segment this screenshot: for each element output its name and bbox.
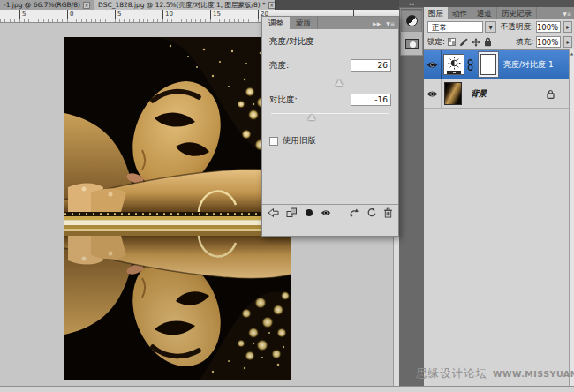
brightness-icon (448, 57, 461, 70)
masks-panel-button[interactable] (401, 32, 422, 55)
document-tab-2[interactable]: DSC_1828.jpg @ 12.5%(亮度/对比度 1, 图层蒙版/8) *… (94, 0, 276, 10)
close-icon[interactable]: × (83, 2, 90, 9)
tab-layers[interactable]: 图层 (424, 7, 448, 19)
link-mask-icon[interactable] (467, 59, 473, 71)
visibility-toggle[interactable] (424, 50, 442, 79)
reset-icon[interactable] (366, 207, 376, 217)
document-tab-bar: -1.jpg @ 66.7%(RGB/8) × DSC_1828.jpg @ 1… (0, 0, 402, 10)
contrast-slider-thumb[interactable] (308, 114, 315, 120)
use-legacy-label: 使用旧版 (283, 135, 316, 147)
adjustments-panel: 调整 蒙版 ▶▶ ▼≡ 亮度/对比度 亮度: 26 对比度: -16 (261, 16, 399, 237)
fill-field[interactable]: 100% (536, 36, 561, 48)
tab-adjustments[interactable]: 调整 (262, 17, 290, 29)
fill-spinner-icon[interactable]: ▸ (563, 36, 572, 48)
contrast-slider[interactable] (269, 110, 391, 119)
document-tab-1-label: -1.jpg @ 66.7%(RGB/8) (4, 1, 80, 9)
masks-icon (405, 39, 419, 49)
layers-panel-tabs: 图层 动作 通道 历史记录 ▼≡ (424, 7, 574, 19)
adjustments-panel-tabs: 调整 蒙版 ▶▶ ▼≡ (262, 17, 398, 29)
watermark: 思缘设计论坛 www.missyuan.com (416, 366, 574, 381)
brightness-contrast-thumbnail[interactable] (443, 54, 464, 75)
adjustment-title: 亮度/对比度 (269, 36, 391, 48)
document-tab-1[interactable]: -1.jpg @ 66.7%(RGB/8) × (0, 0, 94, 10)
background-lock-icon (547, 89, 555, 99)
blend-mode-row: 正常 ▼ 不透明度: 100% ▸ (424, 19, 574, 34)
collapse-panel-icon[interactable]: ▶▶ (373, 20, 381, 26)
layer-row-adjustment[interactable]: 亮度/对比度 1 (424, 50, 569, 79)
brightness-slider-track (271, 79, 389, 79)
brightness-contrast-body: 亮度/对比度 亮度: 26 对比度: -16 使用旧版 (262, 29, 398, 220)
ruler-label: 5 (22, 11, 26, 18)
contrast-label: 对比度: (269, 94, 298, 106)
opacity-label: 不透明度: (501, 22, 533, 33)
layers-panel: 图层 动作 通道 历史记录 ▼≡ 正常 ▼ 不透明度: 100% ▸ 锁定: (424, 0, 574, 386)
ruler-label: 0 (70, 11, 73, 18)
photoshop-window: -1.jpg @ 66.7%(RGB/8) × DSC_1828.jpg @ 1… (0, 0, 574, 392)
brightness-value-field[interactable]: 26 (351, 59, 391, 72)
eye-icon[interactable] (321, 209, 331, 216)
lock-fill-row: 锁定: 填充: 100% ▸ (424, 34, 574, 49)
lock-pixels-brush-icon[interactable] (459, 38, 468, 47)
brightness-slider-thumb[interactable] (336, 79, 343, 86)
document-tab-2-label: DSC_1828.jpg @ 12.5%(亮度/对比度 1, 图层蒙版/8) * (98, 1, 266, 10)
layer-name[interactable]: 亮度/对比度 1 (503, 59, 554, 71)
clip-to-layer-icon[interactable] (286, 207, 298, 218)
contrast-slider-track (271, 113, 389, 114)
dock-grip-icon[interactable]: ◂◂ (399, 0, 424, 7)
panel-dock: ◂◂ (399, 0, 424, 386)
lock-label: 锁定: (427, 37, 445, 48)
background-layer-thumbnail[interactable] (444, 82, 462, 105)
use-legacy-row: 使用旧版 (269, 135, 391, 147)
contrast-value-field[interactable]: -16 (351, 94, 391, 106)
layer-row-background[interactable]: 背景 (424, 79, 569, 109)
chevron-down-icon[interactable]: ▼ (485, 21, 496, 33)
visibility-toggle[interactable] (424, 79, 442, 108)
tab-actions[interactable]: 动作 (448, 7, 472, 19)
close-icon[interactable]: × (268, 2, 276, 9)
adjustments-toolbar (262, 204, 398, 220)
blend-mode-select[interactable]: 正常 (427, 21, 483, 33)
lock-position-move-icon[interactable] (472, 38, 480, 47)
view-previous-state-icon[interactable] (349, 207, 359, 217)
ruler-label: 10 (165, 11, 173, 18)
ruler-label: 15 (213, 11, 221, 18)
photo-image (64, 37, 291, 380)
eye-icon (427, 61, 438, 69)
panel-menu-icon[interactable]: ▼≡ (563, 11, 571, 17)
layer-visibility-icon[interactable] (305, 208, 313, 217)
mini-slider-icon (447, 71, 461, 74)
panel-dock-header (424, 0, 574, 7)
watermark-site-url: www.missyuan.com (493, 369, 574, 379)
brightness-slider[interactable] (269, 76, 391, 85)
opacity-field[interactable]: 100% (536, 21, 561, 33)
delete-adjustment-icon[interactable] (383, 207, 393, 218)
tab-channels[interactable]: 通道 (472, 7, 497, 19)
use-legacy-checkbox[interactable] (269, 137, 278, 146)
layers-scrollbar[interactable]: ▲ (569, 49, 574, 386)
scroll-up-icon[interactable]: ▲ (570, 51, 573, 56)
lock-transparency-icon[interactable] (448, 38, 456, 46)
adjustments-icon (406, 15, 418, 26)
opacity-spinner-icon[interactable]: ▸ (563, 21, 572, 33)
return-to-adjustment-list-icon[interactable] (268, 207, 279, 218)
mirror-frame-bar (64, 212, 291, 236)
brightness-label: 亮度: (269, 60, 289, 72)
adjustments-panel-button[interactable] (401, 9, 422, 32)
tab-history[interactable]: 历史记录 (497, 7, 537, 19)
eye-icon (427, 90, 438, 98)
dock-buttons (400, 8, 423, 56)
tab-masks[interactable]: 蒙版 (290, 17, 318, 29)
golden-portrait-with-reflection (64, 37, 291, 380)
lock-all-icon[interactable] (484, 37, 492, 47)
watermark-site-name: 思缘设计论坛 (416, 366, 487, 381)
layer-name[interactable]: 背景 (471, 88, 487, 100)
layer-mask-thumbnail[interactable] (480, 54, 496, 75)
window-bottom-edge (0, 386, 574, 392)
fill-label: 填充: (516, 37, 533, 48)
panel-menu-icon[interactable]: ▼≡ (386, 20, 395, 26)
ruler-label: 5 (117, 11, 121, 18)
